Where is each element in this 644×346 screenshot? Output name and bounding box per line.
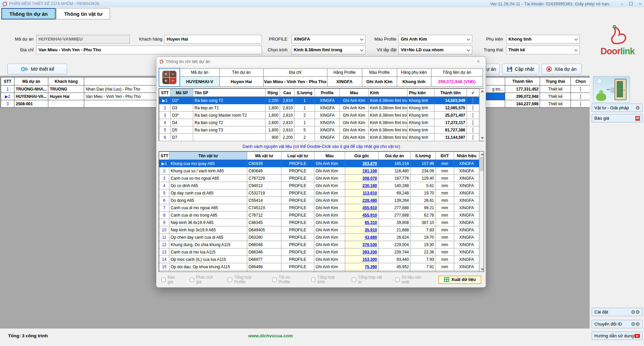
row-number[interactable]: 6 [159,197,169,204]
product-row[interactable]: 3D3*Ra ban cong Master room T21,6002,810… [159,112,479,119]
project-price-cell[interactable]: 45,952 [379,263,411,271]
dialog-title-bar[interactable]: Thông tin chi tiết dự án × [156,57,486,67]
open-design-button[interactable]: ⚙⚙ Mở thiết kế [7,64,67,74]
glass-cell[interactable]: Kinh 8.38mm fiml trong [369,97,408,104]
profile-cell[interactable]: XINGFA [315,134,340,141]
product-name-cell[interactable]: Ra bep an T1 [193,104,266,112]
row-checkbox[interactable] [473,113,473,118]
base-price-cell[interactable]: 65,310 [345,219,379,226]
project-price-cell[interactable]: 26,624 [379,234,411,241]
quantity-cell[interactable]: 5 [294,126,315,134]
base-price-cell[interactable]: 455,910 [345,212,379,219]
quote-button[interactable]: Báo giá [592,114,643,122]
quantity-cell[interactable]: 26.61 [411,197,436,204]
quantity-cell[interactable]: 7.91 [411,263,436,271]
project-price-cell[interactable]: 277,888 [379,204,411,212]
color-cell[interactable]: Ghi Anh Kim [314,175,345,182]
material-name-cell[interactable]: Khung cua mo quay A65 [169,160,247,167]
brand-cell[interactable]: XINGFA [454,241,479,248]
project-price-cell[interactable]: 187,776 [379,175,411,182]
quantity-cell[interactable]: 5.61 [411,182,436,189]
quantity-cell[interactable]: 387.10 [411,219,436,226]
material-type-cell[interactable]: PROFILE [281,241,314,248]
project-price-cell[interactable]: 69,248 [379,189,411,197]
unit-cell[interactable]: mm [436,160,454,167]
unit-cell[interactable]: mm [436,167,454,175]
color-cell[interactable]: Ghi Anh Kim [314,219,345,226]
row-number[interactable]: 16 [159,271,169,272]
width-cell[interactable]: 1,800 [266,126,280,134]
width-cell[interactable]: 2,600 [266,119,280,126]
brand-cell[interactable]: XINGFA [454,189,479,197]
unit-cell[interactable]: mm [436,182,454,189]
material-code-cell[interactable]: D66346 [247,248,281,256]
accessory-cell[interactable]: Khong tinh [408,104,434,112]
project-price-cell[interactable]: 239,744 [379,248,411,256]
product-name-cell[interactable]: Ra ban cong T2 [193,97,266,104]
project-price-cell[interactable]: 93,440 [379,256,411,263]
product-code-cell[interactable]: D3* [171,112,193,119]
material-code-cell[interactable]: C55414 [247,197,281,204]
report-checkbox-item[interactable]: Tối ưu Profile [272,275,303,284]
color-cell[interactable]: Ghi Anh Kim [314,226,345,234]
row-number[interactable]: 2 [159,104,171,112]
amount-cell[interactable]: 299,072,948 [505,93,540,100]
brand-cell[interactable]: XINGFA [454,182,479,189]
amount-cell[interactable]: 25,071,407 [434,112,467,119]
row-checkbox[interactable] [473,105,473,111]
color-cell[interactable]: Ghi Anh Kim [314,182,345,189]
dialog-close-icon[interactable]: × [475,58,482,64]
quantity-cell[interactable]: 1 [294,104,315,112]
row-number[interactable]: 2 [159,167,169,175]
color-cell[interactable]: Ghi Anh Kim [340,112,369,119]
row-number[interactable]: 1 [1,85,14,93]
project-code-field[interactable]: HUYENHAI-VANMIEU [36,35,130,44]
material-row[interactable]: 7Canh cua di mo ngoai A65C74512XPROFILEG… [159,204,479,212]
material-row[interactable]: 15Op doi dau; Op khoa khung A115D66498PR… [159,263,479,271]
material-code-cell[interactable]: C80639 [247,160,281,167]
products-scrollbar[interactable] [479,89,485,141]
status-cell[interactable]: Thiết kế [540,85,571,93]
base-price-cell[interactable]: 230,160 [345,182,379,189]
height-cell[interactable]: 2,200 [280,134,294,141]
screw-select[interactable]: Vit+No LD cua nhom [398,46,472,54]
brand-cell[interactable]: XINGFA [454,175,479,182]
customer-cell[interactable]: TRUONG [48,85,84,93]
accessory-cell[interactable]: Khong tinh [408,134,434,141]
amount-cell[interactable]: 17,272,117 [434,119,467,126]
material-row[interactable]: 11Op chen day canh cua di A65D63280PROFI… [159,234,479,241]
brand-cell[interactable]: XINGFA [454,167,479,175]
status-cell[interactable]: Thiết kế [540,100,571,108]
color-cell[interactable]: Ghi Anh Kim [340,97,369,104]
checkbox[interactable] [190,278,194,282]
delete-project-button[interactable]: Xóa dự án [541,64,582,74]
material-type-cell[interactable]: PROFILE [281,256,314,263]
material-name-cell[interactable]: Op chen day canh cua di A65 [169,234,247,241]
tab-project-info[interactable]: Thông tin dự án [1,8,56,19]
height-cell[interactable]: 2,810 [280,112,294,119]
row-number[interactable]: 3 [159,112,171,119]
unit-cell[interactable]: mm [436,189,454,197]
color-cell[interactable]: Ghi Anh Kim [314,167,345,175]
row-number[interactable]: 5 [159,189,169,197]
row-checkbox[interactable] [473,127,473,133]
material-name-cell[interactable]: Op moc canh (IL) cua lua A115 [169,256,247,263]
customer-field[interactable]: Huyen Hai [164,35,262,44]
project-price-cell[interactable]: 277,888 [379,212,411,219]
select-cell[interactable] [467,119,479,126]
materials-scrollbar[interactable] [479,152,484,272]
material-row[interactable]: 3Canh cua so mo ngoai A65C767229PROFILEG… [159,175,479,182]
color-cell[interactable]: Ghi Anh Kim [314,234,345,241]
quantity-cell[interactable]: 7.72 [411,271,436,272]
material-name-cell[interactable]: Canh cua di mo ngoai A65 [169,204,247,212]
base-price-cell[interactable]: 308,070 [345,175,379,182]
brand-cell[interactable]: XINGFA [454,248,479,256]
scroll-up-icon[interactable] [481,90,484,92]
row-checkbox[interactable] [580,101,581,107]
material-row[interactable]: 14Op moc canh (IL) cua lua A115D66977PRO… [159,256,479,263]
brand-cell[interactable]: XINGFA [454,226,479,234]
settings-button[interactable]: Cài đặt ⚙⚙ [592,308,643,316]
material-name-cell[interactable]: Canh cua so mo ngoai A65 [169,175,247,182]
accessory-cell[interactable]: Khong tinh [408,97,434,104]
row-number[interactable]: ▶1 [159,160,169,167]
